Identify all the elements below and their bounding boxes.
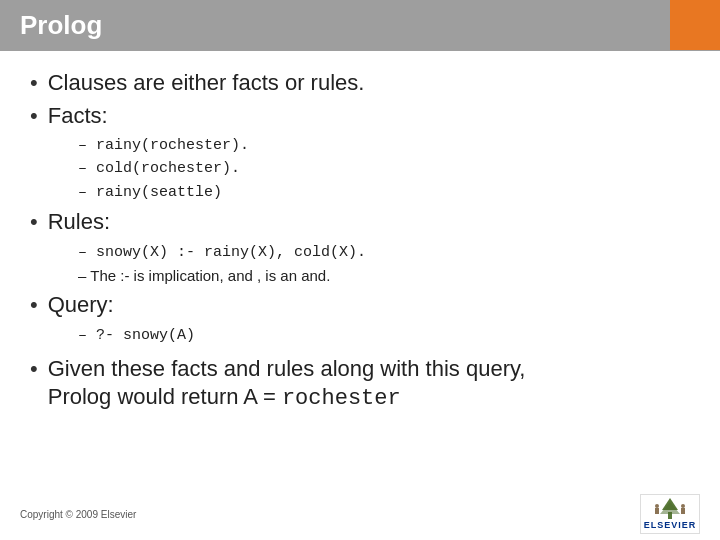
elsevier-tree-svg (652, 498, 688, 520)
bullet-item-4: • Query: (30, 291, 690, 320)
query-list: – ?- snowy(A) (78, 324, 690, 347)
bullet5-line2-mono: rochester (282, 386, 401, 411)
fact-text-1: rainy(rochester). (96, 137, 249, 154)
fact-dash-1: – (78, 137, 96, 154)
svg-rect-7 (681, 508, 685, 514)
fact-text-2: cold(rochester). (96, 160, 240, 177)
elsevier-label: ELSEVIER (644, 520, 697, 530)
slide-footer: Copyright © 2009 Elsevier ELSEVIER (0, 490, 720, 540)
fact-dash-3: – (78, 184, 96, 201)
rules-list: – snowy(X) :- rainy(X), cold(X). – The :… (78, 241, 690, 288)
bullet-icon-2: • (30, 102, 38, 131)
bullet-item-5: • Given these facts and rules along with… (30, 355, 690, 414)
bullet-item-3: • Rules: (30, 208, 690, 237)
query-text-1: ?- snowy(A) (96, 327, 195, 344)
query-item-1: – ?- snowy(A) (78, 324, 690, 347)
rule-text-2: The :- is implication, and , is an and. (90, 267, 330, 284)
copyright-text: Copyright © 2009 Elsevier (20, 509, 136, 520)
orange-accent (670, 0, 720, 50)
svg-point-6 (681, 504, 685, 508)
slide-header: Prolog (0, 0, 720, 51)
svg-rect-5 (655, 508, 659, 514)
bullet-text-2: Facts: (48, 102, 108, 131)
rule-dash-1: – (78, 244, 96, 261)
bullet-text-4: Query: (48, 291, 114, 320)
bullet-text-1: Clauses are either facts or rules. (48, 69, 365, 98)
slide: Prolog • Clauses are either facts or rul… (0, 0, 720, 540)
bullet-icon-3: • (30, 208, 38, 237)
fact-item-1: – rainy(rochester). (78, 134, 690, 157)
fact-dash-2: – (78, 160, 96, 177)
bullet-text-5: Given these facts and rules along with t… (48, 355, 526, 414)
fact-item-3: – rainy(seattle) (78, 181, 690, 204)
bullet-item-1: • Clauses are either facts or rules. (30, 69, 690, 98)
bullet5-line2-text: Prolog would return A = (48, 384, 282, 409)
slide-content: • Clauses are either facts or rules. • F… (0, 51, 720, 490)
fact-text-3: rainy(seattle) (96, 184, 222, 201)
bullet5-line1: Given these facts and rules along with t… (48, 356, 526, 381)
bullet-text-3: Rules: (48, 208, 110, 237)
rule-text-1: snowy(X) :- rainy(X), cold(X). (96, 244, 366, 261)
bullet-item-2: • Facts: (30, 102, 690, 131)
rule-item-2: – The :- is implication, and , is an and… (78, 264, 690, 287)
query-dash-1: – (78, 327, 96, 344)
bullet-icon-4: • (30, 291, 38, 320)
rule-dash-2: – (78, 267, 90, 284)
elsevier-logo: ELSEVIER (640, 494, 700, 534)
bullet-icon-1: • (30, 69, 38, 98)
bullet-icon-5: • (30, 355, 38, 384)
slide-title: Prolog (20, 10, 102, 41)
rule-item-1: – snowy(X) :- rainy(X), cold(X). (78, 241, 690, 264)
svg-point-4 (655, 504, 659, 508)
facts-list: – rainy(rochester). – cold(rochester). –… (78, 134, 690, 204)
fact-item-2: – cold(rochester). (78, 157, 690, 180)
